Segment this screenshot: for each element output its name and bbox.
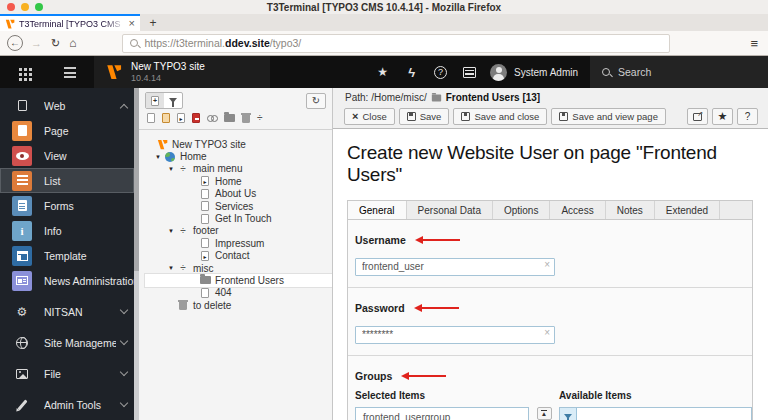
clear-cache-button[interactable]: ϟ [397,56,426,88]
tree-node-frontend-users[interactable]: ▼ Frontend Users [145,274,332,286]
tree-node-home[interactable]: ▼ Home [145,150,332,162]
browser-tab[interactable]: T3Terminal [TYPO3 CMS × [0,14,140,31]
caret-icon[interactable]: ▼ [168,228,177,234]
form-panel: Username × Password [347,219,753,420]
tree-node-impressum[interactable]: ▼ Impressum [145,237,332,249]
tree-node-404[interactable]: ▼ 404 [145,287,332,299]
chevron-down-icon [116,307,134,317]
new-page-button[interactable] [146,93,164,108]
close-button[interactable]: × Close [344,108,395,125]
page-icon [201,238,209,248]
sidebar-section-nitsan[interactable]: ⚙ NITSAN [0,299,134,324]
sidebar-item-page[interactable]: Page [0,118,134,143]
clear-input-icon[interactable]: × [544,259,550,270]
selected-items-listbox[interactable]: frontend_usergroup [355,407,529,420]
tree-node-main-menu[interactable]: ▼ ÷ main menu [145,163,332,175]
window-controls[interactable] [7,3,43,11]
password-input[interactable] [355,326,555,344]
tree-node-to-delete[interactable]: ▼ to delete [145,299,332,311]
drag-new-folder-icon[interactable] [224,114,235,122]
sidebar-section-admin-tools[interactable]: Admin Tools [0,392,134,417]
tab-title: T3Terminal [TYPO3 CMS [19,19,126,29]
tab-personal-data[interactable]: Personal Data [407,201,493,219]
tree-node-root[interactable]: ▼ New TYPO3 site [145,138,332,150]
help-icon: ? [434,66,447,79]
clear-input-icon[interactable]: × [544,327,550,338]
open-in-new-window-button[interactable] [687,108,708,125]
systeminfo-button[interactable] [455,56,484,88]
sidebar-section-web[interactable]: Web [0,93,134,118]
caret-icon[interactable]: ▼ [168,166,177,172]
bookmark-button[interactable]: ★ [712,108,733,125]
available-items-label: Available Items [559,390,752,401]
bookmarks-button[interactable]: ★ [368,56,397,88]
forward-button[interactable]: → [31,37,42,49]
move-to-top-button[interactable]: ▲ [537,407,552,420]
tree-node-home-page[interactable]: ▼ Home [145,175,332,187]
filter-button[interactable] [560,408,577,420]
sidebar-section-site-management[interactable]: Site Management [0,330,134,355]
user-menu[interactable]: System Admin [484,56,590,88]
search-icon [130,39,138,47]
pagetree-toggle-button[interactable] [46,56,94,88]
tab-access[interactable]: Access [550,201,605,219]
hamburger-menu-icon[interactable]: ≡ [750,36,761,51]
tree-node-get-in-touch[interactable]: ▼ Get In Touch [145,212,332,224]
back-button[interactable]: ← [7,35,23,51]
tab-close-icon[interactable]: × [129,18,135,29]
sidebar-item-template[interactable]: Template [0,243,134,268]
modulemenu-scrollbar[interactable] [134,88,139,420]
tree-node-services[interactable]: ▼ Services [145,200,332,212]
caret-icon[interactable]: ▼ [168,265,177,271]
tree-node-contact[interactable]: ▼ Contact [145,250,332,262]
sidebar-item-forms[interactable]: Forms [0,193,134,218]
tab-options[interactable]: Options [493,201,550,219]
drag-new-spacer-icon[interactable]: ÷ [257,113,263,123]
drag-new-restricted-icon[interactable] [192,113,200,123]
browser-toolbar: ← → ↻ ⌂ https://t3terminal.ddev.site/typ… [0,31,768,56]
save-and-close-button[interactable]: Save and close [453,108,547,125]
list-item[interactable]: frontend_usergroup [356,408,528,420]
home-button[interactable]: ⌂ [69,36,76,50]
caret-icon[interactable]: ▼ [155,154,164,160]
sidebar-section-file[interactable]: File [0,361,134,386]
sidebar-item-news-administration[interactable]: News Administration [0,268,134,293]
drag-new-shortcut-icon[interactable] [177,113,185,123]
sidebar-item-info[interactable]: i Info [0,218,134,243]
drag-trash-icon[interactable] [242,115,250,123]
list-module-icon [12,171,32,191]
browser-window: T3Terminal [TYPO3 CMS 10.4.14] - Mozilla… [0,0,768,420]
drag-new-page-icon[interactable] [147,113,155,123]
minimize-window-button[interactable] [21,3,29,11]
tab-general[interactable]: General [348,201,407,219]
docheader-help-button[interactable]: ? [737,108,758,125]
typo3-logo-block[interactable]: New TYPO3 site 10.4.14 [94,56,270,88]
filter-input[interactable] [577,408,751,420]
refresh-tree-button[interactable]: ↻ [306,93,326,109]
new-tab-button[interactable]: + [140,14,166,31]
sidebar-item-list[interactable]: List [0,168,134,193]
sidebar-item-view[interactable]: View [0,143,134,168]
modulemenu-toggle-button[interactable] [0,56,46,88]
reload-button[interactable]: ↻ [51,37,60,50]
new-page-icon [151,96,159,106]
save-and-view-button[interactable]: Save and view page [551,108,666,125]
tree-node-footer[interactable]: ▼ ÷ footer [145,225,332,237]
drag-new-link-icon[interactable] [207,115,217,121]
help-button[interactable]: ? [426,56,455,88]
tree-node-misc[interactable]: ▼ ÷ misc [145,262,332,274]
filter-tree-button[interactable] [164,93,182,108]
close-window-button[interactable] [7,3,15,11]
breadcrumb: Path: /Home/misc/ Frontend Users [13] [333,88,768,107]
pencil-icon [17,399,27,410]
drag-new-page-alt-icon[interactable] [162,113,170,123]
topbar-search[interactable]: Search [590,56,768,88]
url-bar[interactable]: https://t3terminal.ddev.site/typo3/ [122,34,670,53]
save-icon [407,112,416,121]
tab-notes[interactable]: Notes [606,201,655,219]
maximize-window-button[interactable] [35,3,43,11]
tree-node-about-us[interactable]: ▼ About Us [145,188,332,200]
save-button[interactable]: Save [399,108,450,125]
username-input[interactable] [355,258,555,276]
tab-extended[interactable]: Extended [655,201,720,219]
